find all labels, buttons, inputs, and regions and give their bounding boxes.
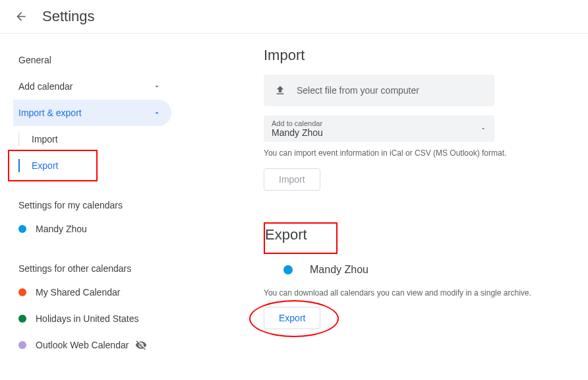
dropdown-arrow-icon (480, 123, 486, 135)
sidebar-item-import-export[interactable]: Import & export (13, 100, 171, 126)
select-file-button[interactable]: Select file from your computer (264, 75, 494, 106)
calendar-color-dot (283, 265, 293, 274)
dropdown-value: Mandy Zhou (272, 127, 486, 138)
add-to-calendar-dropdown[interactable]: Add to calendar Mandy Zhou (264, 115, 494, 142)
sidebar: General Add calendar Import & export Imp… (0, 34, 171, 358)
export-section-title: Export (265, 226, 307, 243)
chevron-up-icon (153, 109, 161, 117)
sidebar-item-label: General (18, 55, 51, 65)
export-hint: You can download all calendars you can v… (264, 288, 548, 298)
export-button[interactable]: Export (264, 307, 320, 329)
calendar-name: Holidays in United States (36, 313, 138, 324)
calendar-color-dot (18, 315, 26, 323)
sidebar-sub-label: Export (32, 160, 58, 171)
main-content: Import Select file from your computer Ad… (171, 34, 588, 358)
annotation-red-box-export-title: Export (264, 222, 338, 254)
calendar-color-dot (18, 341, 26, 349)
back-arrow-icon[interactable] (13, 9, 29, 24)
sidebar-sub-label: Import (32, 134, 58, 144)
dropdown-label: Add to calendar (272, 119, 486, 127)
calendar-name: Mandy Zhou (36, 224, 87, 234)
chevron-down-icon (153, 82, 161, 90)
export-calendar-name: Mandy Zhou (310, 264, 368, 276)
calendar-color-dot (18, 225, 26, 233)
calendar-name: Outlook Web Calendar (36, 340, 129, 350)
import-hint: You can import event information in iCal… (264, 148, 548, 158)
export-calendar-item: Mandy Zhou (264, 258, 548, 282)
calendar-color-dot (18, 288, 26, 296)
sidebar-item-label: Add calendar (18, 81, 73, 92)
sidebar-calendar-item[interactable]: Holidays in United States (13, 305, 171, 332)
import-button[interactable]: Import (264, 168, 320, 191)
sidebar-item-label: Import & export (18, 108, 82, 118)
sidebar-heading-other-calendars: Settings for other calendars (13, 258, 171, 279)
annotation-red-ellipse-export-button: Export (264, 307, 320, 329)
import-section-title: Import (264, 47, 548, 64)
visibility-off-icon[interactable] (135, 339, 147, 351)
calendar-name: My Shared Calendar (36, 287, 120, 298)
sidebar-item-add-calendar[interactable]: Add calendar (13, 73, 171, 100)
sidebar-sub-import[interactable]: Import (13, 126, 171, 152)
upload-icon (274, 84, 286, 96)
sidebar-sub-export[interactable]: Export (13, 152, 171, 179)
page-title: Settings (42, 8, 95, 25)
header: Settings (0, 0, 588, 34)
sidebar-calendar-item[interactable]: My Shared Calendar (13, 279, 171, 305)
select-file-label: Select file from your computer (297, 85, 419, 96)
sidebar-item-general[interactable]: General (13, 47, 171, 73)
sidebar-calendar-item[interactable]: Mandy Zhou (13, 216, 171, 242)
sidebar-calendar-item[interactable]: Outlook Web Calendar (13, 332, 171, 358)
sidebar-heading-my-calendars: Settings for my calendars (13, 195, 171, 216)
